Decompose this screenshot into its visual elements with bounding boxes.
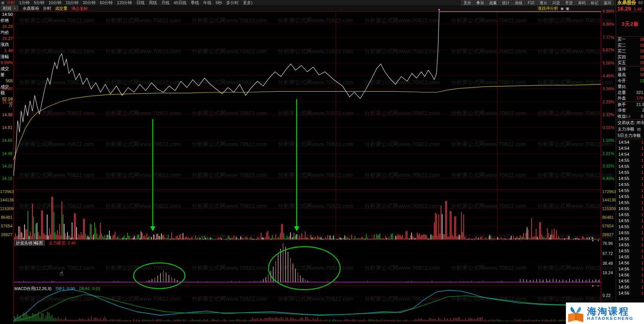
sidebar-stock-name[interactable]: 永鼎股份 60 [616, 0, 644, 6]
tick-value: 1 [641, 290, 644, 296]
tick-row[interactable]: 14:551 [616, 200, 644, 206]
bid-row-value: 16 [626, 37, 644, 43]
tick-row[interactable]: 14:561 [616, 278, 644, 284]
tick-time: 14:55 [618, 163, 629, 169]
tick-value: 1 [641, 236, 644, 242]
quote-row-value: 170. [626, 95, 644, 101]
macd-collapse-icon[interactable]: ▾ [592, 284, 594, 288]
misc-row-label: 净资 [618, 107, 626, 114]
misc-row-value: 21.9 [626, 102, 644, 108]
volume-axis-label-right: 172963 [602, 189, 616, 194]
quote-row: 外盘170. [616, 95, 644, 101]
tick-time: 14:55 [618, 224, 629, 230]
tick-row[interactable]: 14:551 [616, 169, 644, 175]
quote-row-label: 总量 [618, 90, 626, 96]
info-label: 涨幅 [0, 54, 13, 60]
tick-row[interactable]: 14:551 [616, 175, 644, 181]
bid-row-label: 买四 [618, 54, 626, 60]
percent-axis-label: 6.67% [603, 48, 614, 52]
trade-status: 交易状态: 闭市 [616, 119, 644, 126]
bid-row-value: 16 [626, 54, 644, 60]
tick-row[interactable]: 14:561 [616, 260, 644, 266]
tick-row[interactable]: 14:561 [616, 272, 644, 278]
tick-time: 14:55 [618, 254, 629, 260]
tick-row[interactable]: 14:541 [616, 145, 644, 151]
tick-row[interactable]: 14:551 [616, 193, 644, 200]
tick-row[interactable]: 14:551 [616, 163, 644, 169]
price-axis-label: 14.15 [0, 176, 12, 181]
percent-axis-label: 3.32% [603, 164, 614, 168]
chart-canvas[interactable] [0, 0, 644, 324]
last-price: 16.29 [617, 6, 631, 12]
tick-row[interactable]: 14:551 [616, 206, 644, 212]
volume-axis-label-right: 115309 [602, 206, 616, 211]
tick-time: 14:55 [618, 169, 629, 175]
bid-row: 买二16 [616, 43, 644, 49]
price-axis-label: 14.48 [0, 151, 12, 156]
indicator-close-icon[interactable]: × [597, 239, 599, 243]
flow5d-row[interactable]: 5日主力净额 [616, 132, 644, 139]
misc-row-label: 收益㈡ [618, 114, 630, 120]
volume-axis-label-left: 115309 [0, 206, 12, 211]
tick-row[interactable]: 14:561 [616, 284, 644, 290]
price-axis-label: 14.65 [0, 138, 12, 143]
tick-time: 14:55 [618, 218, 629, 224]
tick-row[interactable]: 14:541 [616, 139, 644, 145]
tick-value: 1 [641, 272, 644, 278]
tick-row[interactable]: 14:541 [616, 151, 644, 157]
tick-time: 14:55 [618, 242, 629, 248]
tick-time: 14:54 [618, 145, 629, 151]
tick-time: 14:55 [618, 206, 629, 212]
tick-row[interactable]: 14:551 [616, 242, 644, 248]
stock-name: 永鼎股份 [617, 0, 636, 5]
percent-axis-label: 0.01% [603, 125, 614, 130]
indicator-collapse-icon[interactable]: ▾ [592, 239, 594, 243]
volume-axis-label-right: 57654 [602, 224, 614, 228]
quote-row: 涨停16 [616, 66, 644, 72]
volume-axis-label-right: 28827 [602, 232, 614, 237]
tick-row[interactable]: 14:551 [616, 248, 644, 254]
quote-row-label: 外盘 [618, 95, 626, 101]
tick-row[interactable]: 14:551 [616, 230, 644, 236]
bid-row: 买三16 [616, 48, 644, 54]
main-flow-label: 主力净额 [618, 127, 634, 131]
tick-row[interactable]: 14:551 [616, 236, 644, 242]
tick-time: 14:55 [618, 187, 629, 193]
tick-list[interactable]: 14:54114:54114:54114:55114:55114:55114:5… [616, 139, 644, 296]
bid-row-value: 16 [626, 48, 644, 54]
misc-row: 净资2 [616, 107, 644, 114]
misc-row-value: 2 [626, 107, 644, 114]
stock-code: 60 [638, 0, 643, 5]
tick-row[interactable]: 14:551 [616, 181, 644, 187]
tick-row[interactable]: 14:551 [616, 157, 644, 163]
tick-value: 1 [641, 254, 644, 260]
tick-value: 1 [641, 248, 644, 254]
bid-row-value: 16 [626, 60, 644, 66]
tick-row[interactable]: 14:551 [616, 212, 644, 218]
tick-row[interactable]: 14:561 [616, 290, 644, 296]
tick-row[interactable]: 14:561 [616, 266, 644, 272]
misc-rows: 换手21.9净资2收益㈡0. [616, 101, 644, 120]
tick-row[interactable]: 14:551 [616, 218, 644, 224]
percent-axis-label: 4.45% [603, 74, 614, 78]
quote-row-value [626, 84, 644, 90]
info-label: 均价 [0, 29, 13, 35]
tick-row[interactable]: 14:551 [616, 254, 644, 260]
tick-value: 1 [641, 260, 644, 266]
quote-row: 总量321. [616, 90, 644, 96]
tick-row[interactable]: 14:551 [616, 224, 644, 230]
indicator-axis-label: 76.96 [603, 241, 613, 246]
info-label: 成交量 [0, 66, 13, 78]
indicator-name[interactable]: 抄底先锋3幅图 [14, 240, 45, 246]
board-tag-text: 3天2板 [621, 21, 639, 28]
macd-close-icon[interactable]: × [597, 284, 599, 288]
macd-name[interactable]: MACD自用(12,26,9) [14, 286, 51, 291]
tick-row[interactable]: 14:551 [616, 187, 644, 193]
info-value: 16.29 [0, 23, 13, 29]
tick-time: 14:56 [618, 290, 629, 296]
flow-detail-icon[interactable]: ▤ [637, 127, 641, 131]
quote-sidebar: 永鼎股份 60 16.29 1.48 3天2板 买一16买二16买三16买四16… [616, 0, 644, 324]
main-flow-row[interactable]: 主力净额 ▤ [616, 126, 644, 132]
board-tag: 3天2板 [616, 12, 644, 37]
indicator-axis-label: 19.24 [603, 270, 613, 275]
